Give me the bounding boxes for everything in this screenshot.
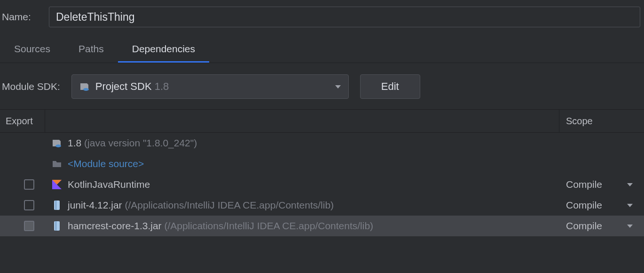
svg-rect-4: [54, 221, 60, 231]
edit-sdk-button[interactable]: Edit: [360, 74, 420, 99]
sdk-selected-prefix: Project SDK: [95, 80, 155, 92]
table-row[interactable]: KotlinJavaRuntime Compile: [0, 174, 644, 195]
column-header-export: Export: [0, 110, 45, 132]
java-sdk-icon: [52, 138, 62, 148]
table-row[interactable]: <Module source>: [0, 153, 644, 174]
lib-name: hamcrest-core-1.3.jar: [68, 220, 162, 231]
scope-dropdown[interactable]: Compile: [559, 200, 644, 211]
dropdown-caret-icon: [627, 204, 633, 207]
export-checkbox[interactable]: [24, 221, 34, 231]
svg-point-0: [83, 88, 89, 91]
scope-value: Compile: [566, 220, 602, 232]
dropdown-caret-icon: [335, 85, 341, 88]
name-input[interactable]: [49, 7, 640, 27]
scope-dropdown[interactable]: Compile: [559, 179, 644, 190]
module-sdk-dropdown[interactable]: Project SDK 1.8: [71, 74, 349, 99]
svg-rect-2: [54, 201, 60, 210]
export-checkbox[interactable]: [24, 179, 34, 190]
scope-dropdown[interactable]: Compile: [559, 220, 644, 232]
jdk-name: 1.8: [68, 137, 81, 148]
jar-icon: [52, 200, 62, 210]
column-header-scope: Scope: [559, 110, 644, 132]
tab-dependencies[interactable]: Dependencies: [118, 38, 209, 63]
table-row[interactable]: 1.8 (java version "1.8.0_242"): [0, 133, 644, 153]
module-sdk-label: Module SDK:: [2, 81, 60, 92]
column-header-main: [45, 110, 559, 132]
svg-rect-5: [55, 221, 56, 231]
svg-rect-3: [55, 201, 56, 210]
svg-point-1: [55, 145, 61, 147]
folder-icon: [52, 159, 62, 169]
module-source: <Module source>: [68, 158, 144, 169]
jar-icon: [52, 221, 62, 231]
tabs: Sources Paths Dependencies: [0, 38, 644, 63]
dropdown-caret-icon: [627, 225, 633, 228]
dependencies-table: 1.8 (java version "1.8.0_242") <Module s…: [0, 133, 644, 236]
lib-path: (/Applications/IntelliJ IDEA CE.app/Cont…: [162, 220, 374, 231]
java-sdk-icon: [79, 81, 90, 92]
lib-name: junit-4.12.jar: [68, 200, 122, 210]
lib-name: KotlinJavaRuntime: [68, 179, 150, 190]
sdk-selected-version: 1.8: [155, 80, 169, 92]
scope-value: Compile: [566, 200, 602, 211]
lib-path: (/Applications/IntelliJ IDEA CE.app/Cont…: [122, 200, 334, 210]
name-label: Name:: [2, 11, 49, 23]
scope-value: Compile: [566, 179, 602, 190]
jdk-detail: (java version "1.8.0_242"): [81, 137, 197, 148]
table-row[interactable]: junit-4.12.jar (/Applications/IntelliJ I…: [0, 195, 644, 216]
tab-paths[interactable]: Paths: [64, 38, 118, 63]
tab-sources[interactable]: Sources: [0, 38, 64, 63]
table-row[interactable]: hamcrest-core-1.3.jar (/Applications/Int…: [0, 216, 644, 236]
dropdown-caret-icon: [627, 183, 633, 186]
kotlin-icon: [52, 179, 62, 190]
export-checkbox[interactable]: [24, 200, 34, 210]
